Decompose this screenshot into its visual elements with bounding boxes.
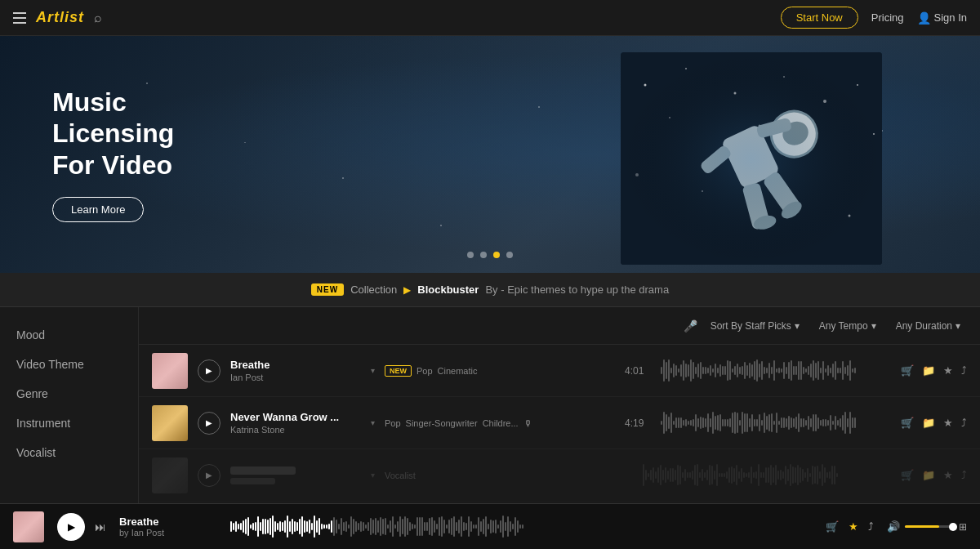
svg-rect-22: [621, 52, 882, 265]
star-icon[interactable]: ★: [943, 417, 953, 429]
hero-dot-3[interactable]: [493, 252, 500, 258]
track-thumbnail: [152, 353, 188, 389]
star-icon[interactable]: ★: [943, 469, 953, 481]
tag-singer[interactable]: Singer-Songwriter: [406, 418, 478, 428]
track-play-button[interactable]: ▶: [198, 412, 220, 435]
track-play-button[interactable]: ▶: [198, 359, 220, 382]
share-icon[interactable]: ⤴: [961, 469, 967, 481]
player-star-icon[interactable]: ★: [849, 520, 858, 533]
hero-dot-2[interactable]: [480, 252, 487, 258]
star-icon[interactable]: ★: [943, 364, 953, 377]
hero-title: Music Licensing For Video: [52, 87, 212, 181]
any-duration-button[interactable]: Any Duration ▾: [889, 317, 967, 335]
track-thumbnail: [152, 458, 188, 493]
player-share-icon[interactable]: ⤴: [868, 520, 874, 533]
track-artist: Katrina Stone: [230, 425, 361, 435]
track-row: ▶ Never Wanna Grow ... Katrina Stone ▾ P…: [139, 397, 980, 449]
track-row: ▶ ▾ Vocalist 🛒 📁 ★ ⤴: [139, 449, 980, 502]
pricing-link[interactable]: Pricing: [871, 11, 904, 24]
learn-more-button[interactable]: Learn More: [52, 197, 144, 222]
no-vocals-icon[interactable]: 🎤: [684, 319, 697, 333]
track-actions: 🛒 📁 ★ ⤴: [901, 417, 967, 429]
volume-expand-icon[interactable]: ⊞: [959, 521, 967, 533]
cart-icon[interactable]: 🛒: [901, 417, 914, 429]
track-artist: [230, 478, 275, 484]
volume-bar[interactable]: 🔊 ⊞: [887, 520, 967, 533]
collection-banner[interactable]: NEW Collection ▶ Blockbuster By - Epic t…: [0, 273, 980, 307]
nav-right: Start Now Pricing 👤 Sign In: [781, 7, 967, 29]
sidebar-item-instrument[interactable]: Instrument: [0, 408, 138, 438]
track-tags: Vocalist: [385, 471, 633, 480]
track-duration: 4:01: [625, 365, 651, 377]
player-controls: ▶ ⏭: [57, 513, 106, 541]
waveform: [661, 410, 891, 436]
filters-bar: 🎤 Sort By Staff Picks ▾ Any Tempo ▾ Any …: [139, 307, 980, 345]
hero-dot-4[interactable]: [506, 252, 513, 258]
track-actions: 🛒 📁 ★ ⤴: [901, 364, 967, 377]
track-play-button[interactable]: ▶: [198, 464, 220, 487]
sidebar-item-genre[interactable]: Genre: [0, 379, 138, 408]
play-collection-icon[interactable]: ▶: [403, 284, 411, 296]
sort-by-button[interactable]: Sort By Staff Picks ▾: [704, 317, 806, 335]
hero-section: Music Licensing For Video Learn More: [0, 36, 980, 273]
hero-dot-1[interactable]: [467, 252, 474, 258]
tag-cinematic[interactable]: Cinematic: [438, 366, 478, 376]
search-icon[interactable]: ⌕: [94, 11, 102, 25]
expand-icon[interactable]: ▾: [371, 418, 375, 427]
sidebar-item-vocalist[interactable]: Vocalist: [0, 438, 138, 467]
user-icon: 👤: [917, 11, 931, 25]
player-waveform[interactable]: [230, 514, 813, 540]
player-thumbnail: [13, 511, 44, 542]
track-thumbnail: [152, 405, 188, 441]
player-actions: 🛒 ★ ⤴: [826, 520, 874, 533]
collection-title: Blockbuster: [417, 283, 479, 296]
folder-icon[interactable]: 📁: [922, 469, 935, 481]
volume-knob[interactable]: [949, 523, 957, 531]
collection-label: Collection: [350, 283, 397, 296]
sidebar-item-mood[interactable]: Mood: [0, 320, 138, 350]
hamburger-icon[interactable]: [13, 12, 26, 24]
sort-chevron-icon: ▾: [795, 320, 800, 332]
track-info: Breathe Ian Post: [230, 359, 361, 382]
cart-icon[interactable]: 🛒: [901, 469, 914, 481]
share-icon[interactable]: ⤴: [961, 417, 967, 429]
expand-icon[interactable]: ▾: [371, 471, 375, 480]
player-track-info: Breathe by Ian Post: [119, 516, 217, 538]
expand-icon[interactable]: ▾: [371, 366, 375, 375]
new-tag-badge: NEW: [385, 365, 412, 377]
tag-childre[interactable]: Childre...: [483, 418, 519, 428]
duration-chevron-icon: ▾: [956, 320, 960, 332]
share-icon[interactable]: ⤴: [961, 364, 967, 377]
sidebar-item-video-theme[interactable]: Video Theme: [0, 350, 138, 379]
track-tags: Pop Singer-Songwriter Childre... 🎙: [385, 418, 615, 428]
volume-icon: 🔊: [887, 520, 900, 533]
navbar: artlist ⌕ Start Now Pricing 👤 Sign In: [0, 0, 980, 36]
track-duration: 4:19: [625, 417, 651, 429]
player-play-button[interactable]: ▶: [57, 513, 85, 541]
tag-pop[interactable]: Pop: [385, 418, 401, 428]
hero-text: Music Licensing For Video Learn More: [0, 87, 212, 222]
folder-icon[interactable]: 📁: [922, 417, 935, 429]
any-tempo-button[interactable]: Any Tempo ▾: [813, 317, 883, 335]
player-next-button[interactable]: ⏭: [95, 520, 106, 533]
track-actions: 🛒 📁 ★ ⤴: [901, 469, 967, 481]
folder-icon[interactable]: 📁: [922, 364, 935, 377]
track-name: Never Wanna Grow ...: [230, 411, 361, 423]
start-now-button[interactable]: Start Now: [781, 7, 858, 29]
volume-track[interactable]: [905, 525, 954, 528]
logo: artlist: [36, 9, 84, 26]
waveform: [643, 462, 891, 489]
track-tags: NEW Pop Cinematic: [385, 365, 615, 377]
tag-vocalist: Vocalist: [385, 471, 416, 480]
bottom-player: ▶ ⏭ Breathe by Ian Post 🛒 ★ ⤴ 🔊 ⊞: [0, 503, 980, 549]
new-badge: NEW: [311, 283, 344, 296]
track-name: [230, 466, 296, 475]
sign-in-link[interactable]: 👤 Sign In: [917, 11, 967, 25]
track-info: [230, 466, 361, 484]
track-info: Never Wanna Grow ... Katrina Stone: [230, 411, 361, 435]
hero-illustration: [621, 52, 882, 265]
player-cart-icon[interactable]: 🛒: [826, 520, 839, 533]
cart-icon[interactable]: 🛒: [901, 364, 914, 377]
collection-desc: By - Epic themes to hype up the drama: [485, 283, 669, 296]
tag-pop[interactable]: Pop: [416, 366, 433, 376]
